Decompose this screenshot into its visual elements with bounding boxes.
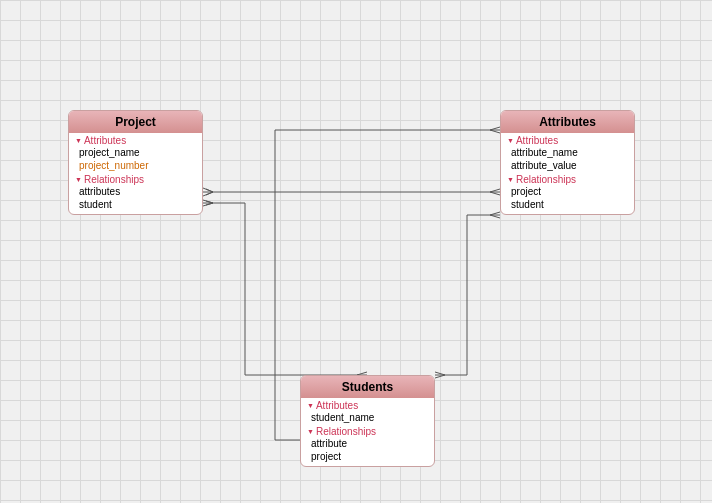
svg-line-11	[206, 201, 213, 203]
project-rel-student: student	[69, 198, 202, 214]
svg-line-13	[435, 372, 445, 375]
attributes-rel-student: student	[501, 198, 634, 214]
svg-line-1	[490, 189, 500, 192]
svg-line-17	[490, 127, 500, 130]
svg-line-9	[203, 200, 213, 203]
svg-line-2	[490, 192, 500, 195]
students-title: Students	[301, 376, 434, 398]
svg-line-15	[490, 212, 500, 215]
attributes-attributes-label: Attributes	[501, 133, 634, 146]
svg-line-6	[206, 192, 213, 195]
attributes-field-attribute-value: attribute_value	[501, 159, 634, 172]
svg-line-16	[490, 215, 500, 218]
project-entity: Project Attributes project_name project_…	[68, 110, 203, 215]
students-rel-project: project	[301, 450, 434, 466]
project-attributes-label: Attributes	[69, 133, 202, 146]
project-field-project-name: project_name	[69, 146, 202, 159]
students-rel-attribute: attribute	[301, 437, 434, 450]
students-entity: Students Attributes student_name Relatio…	[300, 375, 435, 467]
svg-line-12	[206, 203, 213, 205]
project-field-project-number: project_number	[69, 159, 202, 172]
students-attributes-label: Attributes	[301, 398, 434, 411]
attributes-title: Attributes	[501, 111, 634, 133]
project-title: Project	[69, 111, 202, 133]
project-rel-attributes: attributes	[69, 185, 202, 198]
attributes-rel-project: project	[501, 185, 634, 198]
attributes-entity: Attributes Attributes attribute_name att…	[500, 110, 635, 215]
students-relationships-label: Relationships	[301, 424, 434, 437]
svg-line-3	[203, 188, 213, 192]
students-field-student-name: student_name	[301, 411, 434, 424]
svg-line-18	[490, 130, 500, 133]
attributes-relationships-label: Relationships	[501, 172, 634, 185]
svg-line-5	[206, 189, 213, 192]
svg-line-10	[203, 203, 213, 206]
svg-line-14	[435, 375, 445, 378]
project-relationships-label: Relationships	[69, 172, 202, 185]
svg-line-4	[203, 192, 213, 196]
attributes-field-attribute-name: attribute_name	[501, 146, 634, 159]
